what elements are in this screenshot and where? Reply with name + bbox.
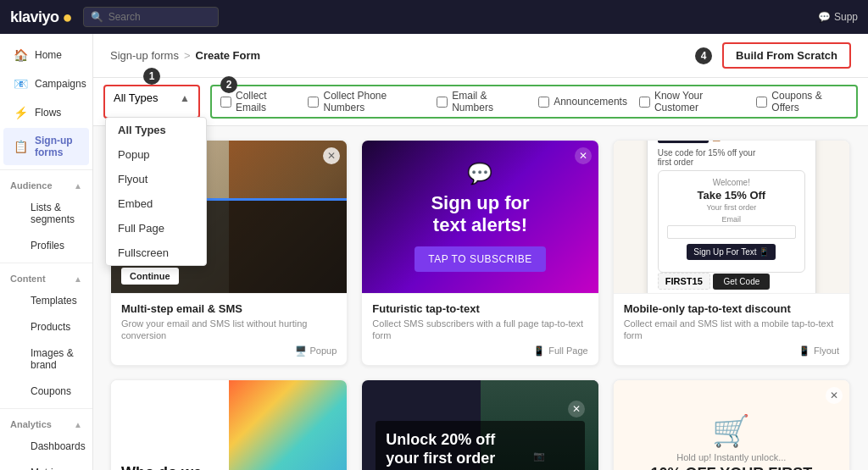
sidebar-item-profiles[interactable]: Profiles: [20, 233, 89, 258]
who-do-we-title: Who do wemake it: [121, 465, 219, 470]
audience-submenu: Lists & segments Profiles: [0, 194, 92, 259]
top-navigation: klaviyo ● 🔍 💬 Supp: [0, 0, 868, 34]
cards-area: ✕ imited Time10% Off your first order an…: [93, 126, 868, 470]
card-close-futuristic[interactable]: ✕: [575, 147, 592, 164]
type-dropdown-menu: All Types Popup Flyout Embed Full Page F…: [105, 117, 207, 266]
card-image-futuristic: ✕ 💬 Sign up fortext alerts! TAP TO SUBSC…: [362, 141, 598, 293]
card-close-10off[interactable]: ✕: [826, 387, 843, 404]
card-footer-multi-step: Multi-step email & SMS Grow your email a…: [111, 293, 347, 365]
sidebar-item-metrics[interactable]: Metrics: [20, 460, 89, 470]
dropdown-item-fullpage[interactable]: Full Page: [106, 216, 206, 241]
content-chevron-icon: ▲: [74, 274, 82, 284]
chat-icon: 💬: [467, 162, 492, 185]
card-close-unlock[interactable]: ✕: [568, 401, 585, 417]
email-label: Email: [667, 215, 796, 224]
card-footer-mobile-discount: Mobile-only tap-to-text discount Collect…: [614, 293, 849, 365]
type-dropdown-wrapper: All Types ▲ All Types Popup Flyout Embed…: [103, 85, 200, 119]
sidebar-item-dashboards[interactable]: Dashboards: [20, 434, 89, 459]
sidebar-item-products[interactable]: Products: [20, 314, 89, 340]
support-link[interactable]: 💬 Supp: [818, 11, 858, 23]
breadcrumb: Sign-up forms > Create Form: [110, 49, 260, 62]
search-bar[interactable]: 🔍: [83, 7, 219, 27]
sidebar-item-lists[interactable]: Lists & segments: [20, 195, 89, 232]
step2-badge: 2: [220, 76, 237, 93]
audience-group[interactable]: Audience ▲: [0, 177, 92, 194]
desktop-icon: 🖥️: [295, 346, 307, 357]
header-right: 4 Build From Scratch: [688, 42, 851, 69]
card-right-colorful: [229, 380, 347, 470]
promo-code-badge: FIRST15: [658, 141, 709, 143]
card-image-mobile-discount: ✕ FIRST15 📋 Use code for 15% off yourfir…: [614, 141, 849, 293]
template-card-futuristic[interactable]: ✕ 💬 Sign up fortext alerts! TAP TO SUBSC…: [361, 140, 598, 366]
audience-chevron-icon: ▲: [74, 181, 82, 191]
dropdown-item-flyout[interactable]: Flyout: [106, 167, 206, 191]
coupons-offers-checkbox[interactable]: [756, 97, 767, 108]
step4-badge: 4: [695, 47, 712, 64]
breadcrumb-separator: >: [184, 49, 191, 62]
home-icon: 🏠: [14, 48, 28, 62]
search-icon: 🔍: [91, 11, 103, 23]
template-card-unlock-20[interactable]: 📷 ✕ Unlock 20% offyour first order Sign …: [361, 379, 598, 470]
logo[interactable]: klaviyo ●: [10, 8, 73, 27]
signup-forms-icon: 📋: [14, 140, 28, 153]
coupons-offers-label: Coupons & Offers: [771, 90, 848, 113]
filter-announcements[interactable]: Announcements: [538, 96, 627, 108]
card-footer-row-multi-step: 🖥️ Popup: [121, 346, 337, 357]
sidebar-item-campaigns[interactable]: 📧 Campaigns: [3, 70, 89, 97]
build-from-scratch-button[interactable]: Build From Scratch: [722, 42, 851, 69]
sidebar-item-flows[interactable]: ⚡ Flows: [3, 99, 89, 126]
search-input[interactable]: [108, 11, 210, 23]
card-cta-continue[interactable]: Continue: [121, 268, 179, 285]
sidebar-item-images-brand[interactable]: Images & brand: [20, 340, 89, 378]
breadcrumb-parent[interactable]: Sign-up forms: [110, 49, 179, 62]
dropdown-item-all[interactable]: All Types: [106, 118, 206, 142]
type-dropdown-trigger[interactable]: All Types ▲: [105, 86, 198, 109]
filter-coupons-offers[interactable]: Coupons & Offers: [756, 90, 848, 113]
card-popup-preview: ✕ FIRST15 📋 Use code for 15% off yourfir…: [647, 141, 816, 293]
email-input-preview: [667, 225, 796, 239]
campaigns-icon: 📧: [14, 77, 28, 91]
content-header: Sign-up forms > Create Form 4 Build From…: [93, 34, 868, 78]
collect-phone-checkbox[interactable]: [308, 97, 319, 108]
collect-emails-checkbox[interactable]: [220, 97, 231, 108]
card-footer-row-futuristic: 📱 Full Page: [372, 346, 587, 357]
dropdown-item-fullscreen[interactable]: Fullscreen: [106, 241, 206, 265]
card-cta-tap[interactable]: TAP TO SUBSCRIBE: [415, 246, 545, 272]
announcements-checkbox[interactable]: [538, 97, 549, 108]
sidebar-item-coupons[interactable]: Coupons: [20, 379, 89, 404]
card-type-badge-mobile-discount: 📱 Flyout: [798, 346, 839, 357]
card-desc-futuristic: Collect SMS subscribers with a full page…: [372, 318, 587, 342]
get-code-btn[interactable]: Get Code: [713, 274, 770, 290]
card-image-10off: ✕ 🛒 Hold up! Instantly unlock... 10% OFF…: [614, 380, 849, 470]
filter-collect-emails[interactable]: Collect Emails: [220, 90, 296, 113]
breadcrumb-current: Create Form: [196, 49, 261, 62]
card-title-futuristic-overlay: Sign up fortext alerts!: [431, 192, 529, 237]
template-card-mobile-discount[interactable]: ✕ FIRST15 📋 Use code for 15% off yourfir…: [613, 140, 850, 366]
email-numbers-checkbox[interactable]: [437, 97, 448, 108]
signup-cta[interactable]: Sign Up For Text 📱: [687, 244, 776, 260]
email-numbers-label: Email & Numbers: [452, 90, 526, 113]
collect-phone-label: Collect Phone Numbers: [323, 90, 425, 113]
collect-emails-label: Collect Emails: [236, 90, 296, 113]
discount-code: FIRST15: [658, 273, 710, 290]
template-card-first-to-know[interactable]: Who do wemake it Add your name...surpris…: [110, 379, 348, 470]
analytics-group[interactable]: Analytics ▲: [0, 416, 92, 433]
promo-hold-up: Hold up! Instantly unlock...: [676, 452, 786, 462]
discount-title: Take 15% Off: [667, 189, 796, 202]
sidebar-item-home[interactable]: 🏠 Home: [3, 41, 89, 69]
dropdown-item-popup[interactable]: Popup: [106, 142, 206, 167]
filter-collect-phone[interactable]: Collect Phone Numbers: [308, 90, 425, 113]
template-card-10off[interactable]: ✕ 🛒 Hold up! Instantly unlock... 10% OFF…: [613, 379, 850, 470]
sidebar-item-templates[interactable]: Templates: [20, 288, 89, 313]
content-group[interactable]: Content ▲: [0, 270, 92, 287]
filter-email-numbers[interactable]: Email & Numbers: [437, 90, 526, 113]
content-submenu: Templates Products Images & brand Coupon…: [0, 287, 92, 405]
unlock-overlay: ✕ Unlock 20% offyour first order Sign up…: [376, 421, 584, 470]
know-customer-checkbox[interactable]: [639, 97, 650, 108]
combined-filter-area: All Types ▲ All Types Popup Flyout Embed…: [93, 78, 868, 126]
dropdown-item-embed[interactable]: Embed: [106, 191, 206, 216]
card-title-futuristic: Futuristic tap-to-text: [372, 302, 587, 315]
filter-know-customer[interactable]: Know Your Customer: [639, 90, 744, 113]
inner-popup: Welcome! Take 15% Off Your first order E…: [658, 170, 805, 273]
sidebar-item-signup-forms[interactable]: 📋 Sign-up forms: [3, 128, 89, 165]
